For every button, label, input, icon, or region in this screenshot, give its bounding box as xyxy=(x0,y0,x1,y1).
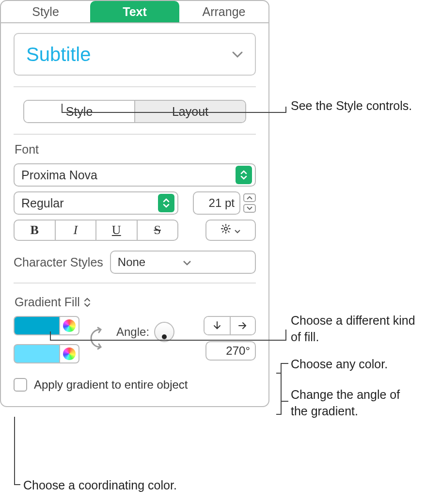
callout-any-color: Choose any color. xyxy=(291,356,388,373)
callout-fill-kind: Choose a different kind of fill. xyxy=(291,313,417,346)
callout-style-controls: See the Style controls. xyxy=(291,98,412,114)
callout-angle: Change the angle of the gradient. xyxy=(291,387,417,420)
callout-coordinating-color: Choose a coordinating color. xyxy=(23,477,177,494)
